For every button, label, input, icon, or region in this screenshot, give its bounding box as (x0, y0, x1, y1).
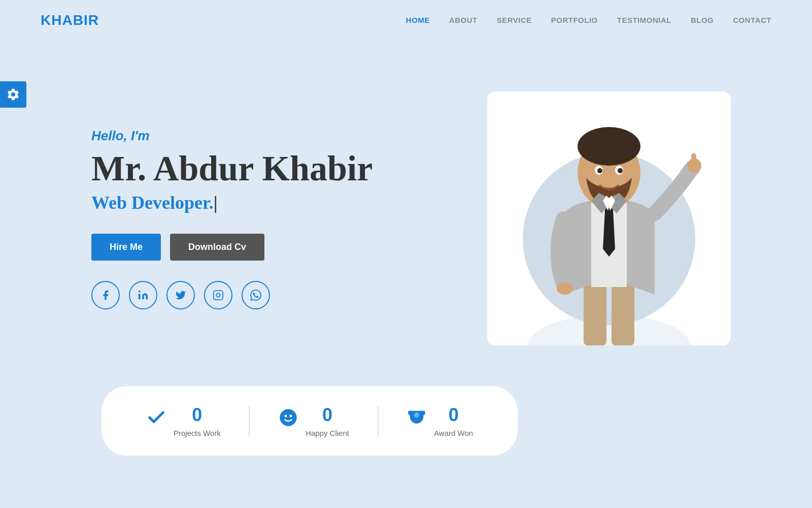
instagram-icon[interactable] (204, 281, 232, 309)
stat-divider-2 (378, 406, 379, 436)
nav-service[interactable]: SERVICE (497, 16, 532, 24)
svg-point-10 (578, 127, 640, 166)
twitter-icon[interactable] (166, 281, 195, 309)
cursor: | (214, 192, 218, 213)
hero-greeting: Hello, I'm (91, 128, 447, 144)
svg-point-13 (597, 168, 602, 173)
svg-point-14 (618, 168, 623, 173)
clients-label: Happy Client (306, 429, 349, 437)
stats-bar: 0 Projects Work 0 Happy Client (101, 386, 518, 456)
svg-rect-16 (691, 153, 696, 168)
settings-button[interactable] (0, 81, 26, 108)
nav-home[interactable]: HOME (406, 16, 430, 24)
svg-point-4 (528, 315, 690, 345)
awards-stat: 0 Award Won (434, 404, 473, 437)
hero-section: Hello, I'm Mr. Abdur Khabir Web Develope… (0, 41, 812, 386)
svg-point-20 (290, 415, 292, 417)
hero-content: Hello, I'm Mr. Abdur Khabir Web Develope… (91, 128, 447, 309)
nav-testimonial[interactable]: TESTIMONIAL (617, 16, 671, 24)
nav-portfolio[interactable]: PORTFOLIO (551, 16, 598, 24)
nav-blog[interactable]: BLOG (691, 16, 714, 24)
trophy-icon (407, 407, 427, 432)
nav-about[interactable]: ABOUT (449, 16, 478, 24)
hero-buttons: Hire Me Download Cv (91, 234, 447, 261)
person-svg (513, 112, 705, 345)
check-icon (146, 407, 166, 432)
projects-stat: 0 Projects Work (174, 404, 221, 437)
svg-point-21 (414, 412, 419, 418)
nav-links: HOME ABOUT SERVICE PORTFOLIO TESTIMONIAL… (406, 16, 771, 25)
hire-me-button[interactable]: Hire Me (91, 234, 161, 261)
profile-person (502, 97, 716, 345)
nav-contact[interactable]: CONTACT (733, 16, 771, 24)
hero-title: Web Developer.| (91, 192, 447, 213)
gear-icon (6, 87, 20, 102)
projects-count: 0 (192, 404, 202, 426)
svg-point-17 (557, 282, 573, 295)
smile-icon (278, 407, 298, 432)
stat-divider-1 (249, 406, 250, 436)
svg-point-1 (139, 290, 141, 292)
stat-clients: 0 Happy Client (278, 404, 349, 437)
stat-projects: 0 Projects Work (146, 404, 221, 437)
svg-rect-2 (214, 290, 223, 299)
facebook-icon[interactable] (91, 281, 120, 309)
clients-stat: 0 Happy Client (306, 404, 349, 437)
projects-label: Projects Work (174, 429, 221, 437)
whatsapp-icon[interactable] (242, 281, 270, 309)
hero-name: Mr. Abdur Khabir (91, 149, 447, 188)
stat-awards: 0 Award Won (407, 404, 473, 437)
social-icons (91, 281, 447, 309)
brand-logo[interactable]: KHABIR (41, 12, 99, 28)
hero-image-card (487, 91, 731, 345)
awards-label: Award Won (434, 429, 473, 437)
clients-count: 0 (322, 404, 332, 426)
awards-count: 0 (449, 404, 459, 426)
svg-rect-0 (139, 294, 141, 299)
navbar: KHABIR HOME ABOUT SERVICE PORTFOLIO TEST… (0, 0, 812, 41)
download-cv-button[interactable]: Download Cv (170, 234, 264, 261)
linkedin-icon[interactable] (129, 281, 157, 309)
svg-point-19 (285, 415, 287, 417)
svg-point-18 (280, 409, 296, 426)
